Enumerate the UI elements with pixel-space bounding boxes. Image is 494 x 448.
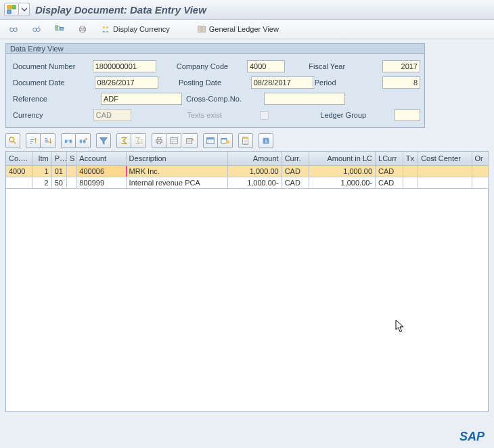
fiscal-year-field[interactable] bbox=[382, 60, 420, 72]
svg-rect-0 bbox=[7, 5, 11, 9]
grid-export-button[interactable] bbox=[183, 133, 198, 148]
cell-co[interactable]: 4000 bbox=[6, 165, 32, 177]
grid-layout-admin-button[interactable] bbox=[218, 133, 233, 148]
svg-rect-28 bbox=[207, 138, 215, 140]
grid-document-button[interactable] bbox=[238, 133, 253, 148]
document-date-field[interactable] bbox=[95, 76, 158, 89]
cell-pk[interactable]: 50 bbox=[51, 177, 66, 188]
svg-rect-12 bbox=[81, 30, 84, 32]
display-currency-label: Display Currency bbox=[113, 25, 170, 33]
grid-print-button[interactable] bbox=[152, 133, 166, 148]
grid-details-button[interactable] bbox=[5, 133, 20, 148]
binoculars-icon bbox=[64, 136, 73, 145]
grid-subtotal-button[interactable] bbox=[131, 133, 146, 148]
table-row[interactable]: 4000101400006MRK Inc.1,000.00CAD1,000.00… bbox=[6, 165, 489, 177]
ledger-group-label: Ledger Group bbox=[317, 110, 392, 120]
ledger-icon bbox=[197, 24, 206, 34]
layout-icon bbox=[206, 136, 215, 145]
grid-sort-asc-button[interactable] bbox=[26, 133, 41, 148]
cell-itm[interactable]: 1 bbox=[32, 165, 52, 177]
cell-amount[interactable]: 1,000.00 bbox=[228, 165, 282, 177]
cell-amount_lc[interactable]: 1,000.00 bbox=[309, 165, 376, 177]
period-field[interactable] bbox=[382, 76, 420, 89]
col-pk[interactable]: PK bbox=[51, 152, 66, 165]
col-cost-center[interactable]: Cost Center bbox=[418, 152, 472, 165]
cell-cost_center[interactable] bbox=[418, 177, 472, 188]
cell-account[interactable]: 800999 bbox=[76, 177, 126, 188]
svg-rect-9 bbox=[60, 27, 63, 30]
svg-rect-21 bbox=[83, 139, 86, 143]
glasses-button[interactable] bbox=[4, 22, 23, 36]
cell-order[interactable] bbox=[472, 165, 488, 177]
sigma-icon bbox=[119, 136, 129, 145]
currency-field[interactable] bbox=[93, 109, 131, 121]
data-entry-view-panel: Data Entry View Document Number Company … bbox=[5, 43, 425, 128]
svg-point-6 bbox=[37, 28, 40, 31]
cell-curr[interactable]: CAD bbox=[282, 165, 309, 177]
col-curr[interactable]: Curr. bbox=[282, 152, 309, 165]
overview-button[interactable] bbox=[50, 22, 69, 36]
chevron-down-icon bbox=[21, 6, 28, 13]
cell-amount_lc[interactable]: 1,000.00- bbox=[309, 177, 376, 188]
cell-description[interactable]: Internal revenue PCA bbox=[126, 177, 228, 188]
cell-description[interactable]: MRK Inc. bbox=[126, 165, 228, 177]
grid-layout-button[interactable] bbox=[203, 133, 218, 148]
cell-tx[interactable] bbox=[403, 165, 418, 177]
col-lcurr[interactable]: LCurr bbox=[376, 152, 403, 165]
layout-admin-icon bbox=[221, 136, 230, 145]
grid-filter-button[interactable] bbox=[96, 133, 111, 148]
col-s[interactable]: S bbox=[67, 152, 76, 165]
col-amount[interactable]: Amount bbox=[228, 152, 282, 165]
content: Data Entry View Document Number Company … bbox=[0, 39, 494, 448]
display-currency-button[interactable]: Display Currency bbox=[96, 22, 175, 36]
cell-account[interactable]: 400006 bbox=[76, 165, 126, 177]
cell-pk[interactable]: 01 bbox=[51, 165, 66, 177]
document-number-field[interactable] bbox=[93, 60, 156, 72]
grid-view-button[interactable] bbox=[166, 133, 181, 148]
reference-field[interactable] bbox=[101, 93, 182, 105]
posting-date-label: Posting Date bbox=[176, 77, 248, 88]
col-description[interactable]: Description bbox=[126, 152, 228, 165]
grid-sum-button[interactable] bbox=[116, 133, 131, 148]
cell-s[interactable] bbox=[67, 165, 76, 177]
posting-date-field[interactable] bbox=[251, 76, 315, 89]
general-ledger-view-button[interactable]: General Ledger View bbox=[192, 22, 284, 36]
company-code-field[interactable] bbox=[247, 60, 285, 72]
svg-rect-1 bbox=[12, 5, 16, 9]
binoculars-plus-icon bbox=[78, 136, 88, 145]
cell-order[interactable] bbox=[472, 177, 488, 188]
cell-itm[interactable]: 2 bbox=[32, 177, 52, 188]
col-co[interactable]: Co... bbox=[6, 152, 32, 165]
ledger-group-field[interactable] bbox=[395, 109, 420, 121]
menu-dropdown-button[interactable] bbox=[19, 3, 30, 16]
sort-asc-icon bbox=[28, 136, 38, 145]
col-amount-lc[interactable]: Amount in LC bbox=[309, 152, 376, 165]
col-order[interactable]: Or bbox=[472, 152, 488, 165]
col-tx[interactable]: Tx bbox=[403, 152, 418, 165]
print-button[interactable] bbox=[73, 22, 92, 36]
cell-s[interactable] bbox=[67, 177, 76, 188]
cell-cost_center[interactable] bbox=[418, 165, 472, 177]
menu-button[interactable] bbox=[4, 3, 19, 16]
cell-co[interactable] bbox=[6, 177, 32, 188]
cell-amount[interactable]: 1,000.00- bbox=[228, 177, 282, 188]
grid-find-button[interactable] bbox=[61, 133, 76, 148]
col-itm[interactable]: Itm bbox=[32, 152, 52, 165]
grid-sort-desc-button[interactable] bbox=[41, 133, 55, 148]
cell-lcurr[interactable]: CAD bbox=[376, 165, 403, 177]
printer-icon bbox=[154, 136, 164, 145]
table-row[interactable]: 250800999Internal revenue PCA1,000.00-CA… bbox=[6, 177, 489, 188]
footer: SAP bbox=[459, 430, 485, 444]
texts-exist-checkbox bbox=[260, 111, 269, 120]
cross-comp-no-field[interactable] bbox=[264, 93, 345, 105]
grid-info-button[interactable]: i bbox=[259, 133, 273, 148]
cell-tx[interactable] bbox=[403, 177, 418, 188]
cell-curr[interactable]: CAD bbox=[282, 177, 309, 188]
svg-point-3 bbox=[10, 28, 14, 31]
data-entry-view-title: Data Entry View bbox=[6, 44, 424, 54]
col-account[interactable]: Account bbox=[76, 152, 126, 165]
cell-lcurr[interactable]: CAD bbox=[376, 177, 403, 188]
display-change-button[interactable] bbox=[27, 22, 46, 36]
currency-label: Currency bbox=[10, 110, 91, 120]
grid-find-next-button[interactable] bbox=[76, 133, 91, 148]
